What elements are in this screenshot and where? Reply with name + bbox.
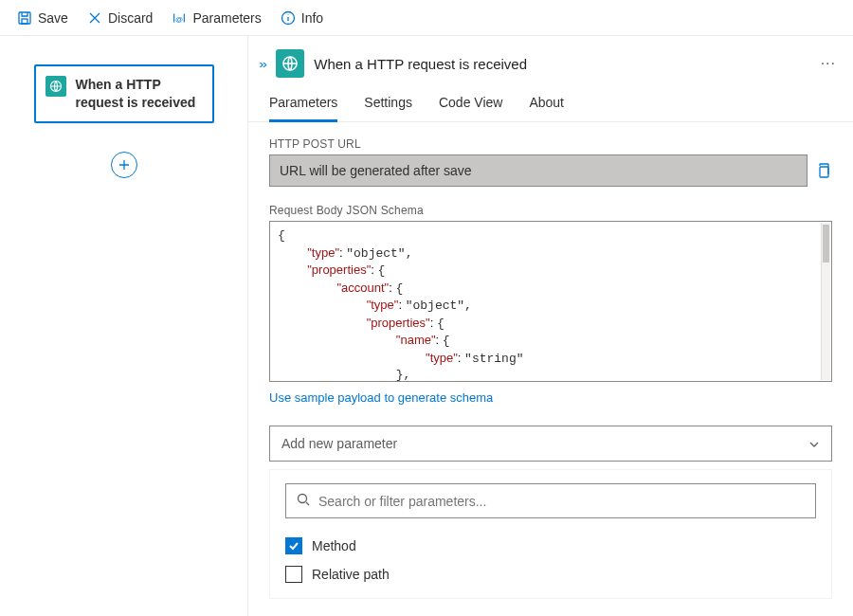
chevron-down-icon xyxy=(808,438,820,449)
http-trigger-icon xyxy=(45,76,66,97)
discard-button[interactable]: Discard xyxy=(78,7,162,29)
scrollbar[interactable] xyxy=(821,223,830,380)
panel-header: » When a HTTP request is received ··· xyxy=(248,36,853,82)
method-checkbox[interactable] xyxy=(285,537,302,554)
svg-point-7 xyxy=(299,495,307,503)
method-label: Method xyxy=(312,538,356,553)
add-parameter-label: Add new parameter xyxy=(281,436,397,451)
sample-payload-link[interactable]: Use sample payload to generate schema xyxy=(269,390,493,405)
http-post-url-field: URL will be generated after save xyxy=(269,154,808,187)
info-icon xyxy=(281,10,296,26)
relative-path-label: Relative path xyxy=(312,567,390,582)
save-button[interactable]: Save xyxy=(8,7,78,29)
info-button[interactable]: Info xyxy=(271,7,333,29)
save-label: Save xyxy=(38,10,68,26)
tab-about[interactable]: About xyxy=(529,95,564,121)
schema-textarea[interactable]: { "type": "object", "properties": { "acc… xyxy=(269,221,832,382)
toolbar: Save Discard @ Parameters Info xyxy=(0,0,853,36)
schema-label: Request Body JSON Schema xyxy=(269,204,832,217)
parameters-label: Parameters xyxy=(192,10,261,26)
details-panel: » When a HTTP request is received ··· Pa… xyxy=(248,36,853,616)
discard-label: Discard xyxy=(108,10,153,26)
panel-title: When a HTTP request is received xyxy=(314,56,810,72)
copy-url-button[interactable] xyxy=(815,162,832,179)
option-relative-path[interactable]: Relative path xyxy=(285,560,816,589)
panel-tabs: Parameters Settings Code View About xyxy=(248,82,853,122)
parameter-search-input[interactable] xyxy=(318,494,806,509)
parameter-search[interactable] xyxy=(285,483,816,518)
svg-rect-0 xyxy=(19,12,30,24)
tab-code-view[interactable]: Code View xyxy=(439,95,502,121)
trigger-card[interactable]: When a HTTP request is received xyxy=(34,64,214,123)
svg-rect-1 xyxy=(22,19,27,24)
save-icon xyxy=(17,10,32,26)
more-menu-button[interactable]: ··· xyxy=(821,55,836,72)
panel-header-icon xyxy=(276,49,304,78)
svg-text:@: @ xyxy=(175,14,183,23)
tab-parameters[interactable]: Parameters xyxy=(269,95,337,122)
search-icon xyxy=(296,492,311,510)
relative-path-checkbox[interactable] xyxy=(285,566,302,583)
collapse-icon[interactable]: » xyxy=(259,57,267,71)
discard-icon xyxy=(87,10,102,26)
info-label: Info xyxy=(301,10,323,26)
option-method[interactable]: Method xyxy=(285,532,816,560)
trigger-card-title: When a HTTP request is received xyxy=(76,76,203,112)
http-post-url-label: HTTP POST URL xyxy=(269,137,832,151)
add-parameter-dropdown[interactable]: Add new parameter xyxy=(269,426,832,462)
tab-settings[interactable]: Settings xyxy=(364,95,412,121)
parameters-icon: @ xyxy=(172,10,187,26)
add-step-button[interactable] xyxy=(111,152,137,178)
parameters-button[interactable]: @ Parameters xyxy=(162,7,270,29)
designer-canvas: When a HTTP request is received xyxy=(0,36,248,616)
svg-rect-6 xyxy=(820,167,828,177)
parameter-options-panel: Method Relative path xyxy=(269,469,832,599)
